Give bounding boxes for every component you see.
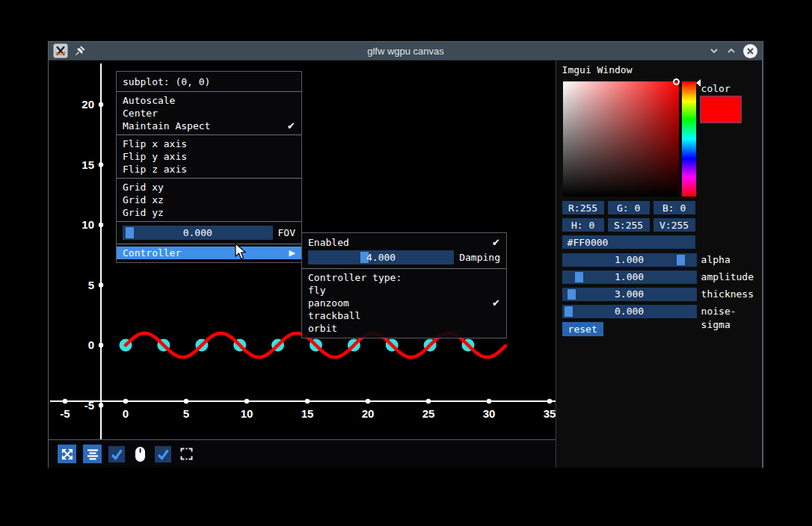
expand-arrows-icon [61,448,74,461]
svg-text:5: 5 [88,279,94,291]
fullscreen-button[interactable] [178,445,194,463]
alpha-slider[interactable]: 1.000 [562,253,697,267]
menu-item-orbit[interactable]: orbit [302,322,506,335]
menu-header: subplot: (0, 0) [117,75,301,89]
slider-value: 1.000 [562,253,697,267]
menu-item-panzoom[interactable]: panzoom ✔ [302,297,506,309]
saturation-value-picker[interactable] [563,81,679,197]
menu-item-controller[interactable]: Controller ▶ [117,247,301,259]
svg-text:20: 20 [81,98,94,111]
damping-label: Damping [459,252,500,263]
svg-text:10: 10 [241,407,253,420]
color-label: color [701,83,731,94]
alpha-label: alpha [701,253,731,267]
submenu-arrow-icon: ▶ [289,247,295,259]
hex-field[interactable]: #FF0000 [562,235,695,249]
center-button[interactable] [83,445,102,463]
thickness-label: thickness [701,288,754,301]
menu-item-trackball[interactable]: trackball [302,309,506,322]
separator [117,178,301,179]
hue-slider[interactable] [682,81,696,197]
amplitude-label: amplitude [701,270,754,284]
svg-text:-5: -5 [84,399,94,412]
fov-slider[interactable]: 0.000 [123,226,273,240]
imgui-window-title: Imgui Window [562,64,633,75]
fov-slider-row: 0.000 FOV [117,224,301,241]
check-icon: ✔ [287,120,295,132]
autoscale-button[interactable] [58,445,76,463]
separator [302,268,506,269]
blue-field[interactable]: B: 0 [653,201,695,214]
menu-item-fly[interactable]: fly [302,284,506,297]
reset-button[interactable]: reset [562,322,603,336]
fullscreen-brackets-icon [180,448,193,460]
mouse-icon [134,445,147,463]
mouse-cursor [234,243,250,261]
menu-item-enabled[interactable]: Enabled ✔ [302,236,506,249]
menu-item-flip-y[interactable]: Flip y axis [117,150,301,163]
svg-text:20: 20 [362,407,375,420]
saturation-field[interactable]: S:255 [608,218,650,232]
svg-text:15: 15 [301,407,314,420]
svg-text:-5: -5 [60,407,70,420]
hue-field[interactable]: H: 0 [562,218,604,232]
imgui-window: Imgui Window color R:255 G: 0 B: 0 H: 0 … [556,61,763,468]
red-field[interactable]: R:255 [562,201,604,214]
hue-marker-icon [696,79,701,87]
damping-slider[interactable]: 4.000 [308,250,454,264]
fov-value: 0.000 [123,226,273,240]
svg-text:5: 5 [183,407,189,420]
menu-item-flip-x[interactable]: Flip x axis [117,137,301,150]
separator [117,221,301,222]
svg-text:15: 15 [81,158,94,171]
fov-label: FOV [278,227,295,238]
svg-text:0: 0 [88,338,94,351]
menu-item-grid-yz[interactable]: Grid yz [117,206,301,219]
damping-slider-row: 4.000 Damping [302,249,506,266]
slider-value: 0.000 [562,305,697,318]
titlebar[interactable]: glfw wgpu canvas [49,42,763,61]
svg-text:10: 10 [81,218,94,231]
menu-item-autoscale[interactable]: Autoscale [117,94,301,107]
separator [117,134,301,135]
picker-cursor[interactable] [673,78,680,85]
menu-item-center[interactable]: Center [117,107,301,120]
checkmark-icon [156,447,170,462]
green-field[interactable]: G: 0 [608,201,650,214]
toolbar-checkbox-1[interactable] [108,446,125,462]
controller-type-header: Controller type: [302,271,506,284]
slider-value: 1.000 [562,270,697,284]
menu-item-flip-z[interactable]: Flip z axis [117,163,301,176]
close-button[interactable] [742,43,758,59]
window-title: glfw wgpu canvas [49,46,763,57]
noise-sigma-label: noise-sigma [701,305,762,332]
maximize-button[interactable] [725,45,737,57]
controller-submenu: Enabled ✔ 4.000 Damping Controller type:… [301,232,507,338]
subplot-context-menu: subplot: (0, 0) Autoscale Center Maintai… [116,71,302,263]
svg-text:35: 35 [544,407,556,420]
svg-text:25: 25 [422,407,435,420]
center-lines-icon [86,448,99,461]
value-field[interactable]: V:255 [653,218,695,232]
svg-text:0: 0 [123,407,129,420]
color-preview-swatch[interactable] [700,96,742,123]
svg-text:30: 30 [483,407,496,420]
checkmark-icon [109,447,124,462]
separator [117,91,301,92]
noise-sigma-slider[interactable]: 0.000 [562,305,697,318]
plot-toolbar [49,439,556,468]
slider-value: 3.000 [562,288,697,301]
separator [117,244,301,244]
toolbar-checkbox-2[interactable] [155,446,171,462]
menu-item-grid-xy[interactable]: Grid xy [117,181,301,194]
damping-value: 4.000 [308,250,454,264]
check-icon: ✔ [492,236,500,249]
mouse-mode-indicator[interactable] [132,445,148,463]
minimize-button[interactable] [708,45,720,57]
amplitude-slider[interactable]: 1.000 [562,270,697,284]
check-icon: ✔ [492,297,500,309]
thickness-slider[interactable]: 3.000 [562,288,697,301]
menu-item-grid-xz[interactable]: Grid xz [117,194,301,206]
menu-item-maintain-aspect[interactable]: Maintain Aspect ✔ [117,120,301,132]
